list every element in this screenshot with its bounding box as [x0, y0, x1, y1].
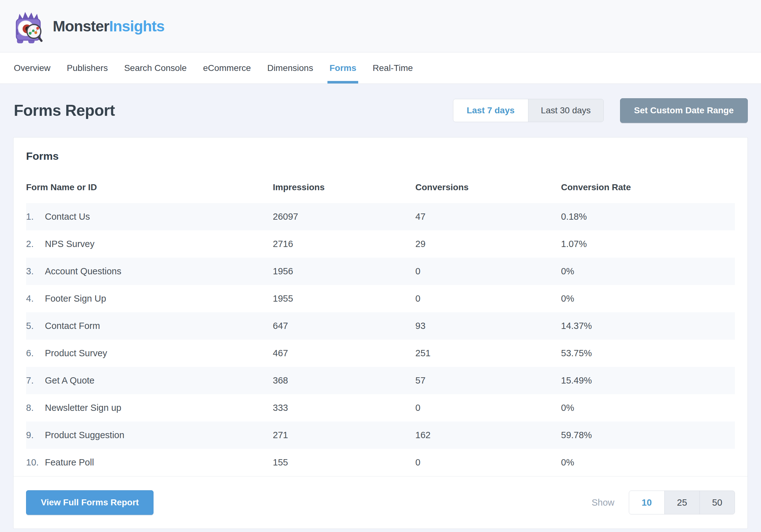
form-name: Feature Poll [45, 457, 94, 468]
conversions-value: 57 [415, 375, 561, 386]
page-size-10-button[interactable]: 10 [629, 491, 664, 514]
conversions-value: 47 [415, 211, 561, 222]
conversion-rate-value: 15.49% [561, 375, 735, 386]
form-name-cell: 6.Product Survey [26, 348, 273, 358]
table-header-row: Form Name or ID Impressions Conversions … [26, 170, 735, 203]
row-index: 3. [26, 266, 45, 276]
form-name-cell: 5.Contact Form [26, 321, 273, 331]
impressions-value: 1955 [273, 293, 415, 304]
form-name-cell: 10.Feature Poll [26, 457, 273, 468]
monsterinsights-monster-icon [12, 9, 45, 44]
page-size-toggle: 10 25 50 [629, 491, 735, 514]
row-index: 2. [26, 239, 45, 249]
form-name-cell: 4.Footer Sign Up [26, 293, 273, 304]
table-row: 2.NPS Survey2716291.07% [26, 230, 735, 258]
forms-table-body: 1.Contact Us26097470.18%2.NPS Survey2716… [26, 203, 735, 476]
page-title: Forms Report [14, 101, 115, 120]
conversions-value: 0 [415, 457, 561, 468]
conversion-rate-value: 59.78% [561, 430, 735, 441]
conversions-value: 0 [415, 293, 561, 304]
form-name-cell: 9.Product Suggestion [26, 430, 273, 441]
panel-title: Forms [14, 138, 747, 162]
table-row: 5.Contact Form6479314.37% [26, 312, 735, 340]
view-full-forms-report-button[interactable]: View Full Forms Report [26, 490, 153, 515]
row-index: 6. [26, 348, 45, 358]
form-name: Contact Us [45, 211, 90, 222]
form-name: NPS Survey [45, 239, 94, 249]
page-size-50-button[interactable]: 50 [699, 491, 734, 514]
table-row: 3.Account Questions195600% [26, 258, 735, 285]
row-index: 1. [26, 211, 45, 222]
form-name: Get A Quote [45, 375, 94, 386]
column-header-conversions: Conversions [415, 182, 561, 192]
conversion-rate-value: 14.37% [561, 321, 735, 331]
table-row: 4.Footer Sign Up195500% [26, 285, 735, 312]
monsterinsights-wordmark: MonsterInsights [53, 18, 164, 35]
last-7-days-button[interactable]: Last 7 days [453, 99, 528, 122]
row-index: 10. [26, 457, 45, 468]
nav-tab-forms[interactable]: Forms [329, 52, 356, 84]
impressions-value: 271 [273, 430, 415, 441]
impressions-value: 368 [273, 375, 415, 386]
form-name-cell: 8.Newsletter Sign up [26, 403, 273, 413]
nav-tab-real-time[interactable]: Real-Time [373, 52, 413, 84]
nav-tab-ecommerce[interactable]: eCommerce [203, 52, 251, 84]
conversions-value: 251 [415, 348, 561, 358]
date-range-toggle: Last 7 days Last 30 days [453, 99, 604, 122]
set-custom-date-range-button[interactable]: Set Custom Date Range [620, 98, 748, 123]
page-head: Forms Report Last 7 days Last 30 days Se… [14, 98, 748, 123]
show-label: Show [592, 498, 615, 508]
impressions-value: 2716 [273, 239, 415, 249]
form-name-cell: 2.NPS Survey [26, 239, 273, 249]
table-row: 10.Feature Poll15500% [26, 449, 735, 476]
form-name-cell: 3.Account Questions [26, 266, 273, 276]
form-name: Account Questions [45, 266, 121, 276]
conversions-value: 0 [415, 266, 561, 276]
form-name-cell: 1.Contact Us [26, 211, 273, 222]
column-header-conversion-rate: Conversion Rate [561, 182, 735, 192]
panel-footer: View Full Forms Report Show 10 25 50 [14, 476, 747, 529]
page-size-25-button[interactable]: 25 [664, 491, 699, 514]
nav-tab-overview[interactable]: Overview [14, 52, 50, 84]
last-30-days-button[interactable]: Last 30 days [528, 99, 604, 122]
conversions-value: 93 [415, 321, 561, 331]
impressions-value: 647 [273, 321, 415, 331]
wordmark-insights: Insights [109, 18, 164, 34]
top-bar: MonsterInsights [0, 0, 761, 52]
show-rows-control: Show 10 25 50 [592, 491, 735, 514]
table-row: 8.Newsletter Sign up33300% [26, 394, 735, 422]
report-nav: Overview Publishers Search Console eComm… [0, 52, 761, 84]
conversion-rate-value: 53.75% [561, 348, 735, 358]
column-header-impressions: Impressions [273, 182, 415, 192]
row-index: 9. [26, 430, 45, 441]
form-name: Product Suggestion [45, 430, 124, 441]
table-row: 6.Product Survey46725153.75% [26, 340, 735, 367]
forms-panel: Forms Form Name or ID Impressions Conver… [13, 137, 748, 529]
row-index: 4. [26, 293, 45, 304]
form-name-cell: 7.Get A Quote [26, 375, 273, 386]
impressions-value: 467 [273, 348, 415, 358]
row-index: 7. [26, 375, 45, 386]
impressions-value: 155 [273, 457, 415, 468]
conversions-value: 0 [415, 403, 561, 413]
nav-tab-search-console[interactable]: Search Console [124, 52, 187, 84]
impressions-value: 26097 [273, 211, 415, 222]
column-header-form-name: Form Name or ID [26, 182, 273, 192]
conversion-rate-value: 0% [561, 266, 735, 276]
impressions-value: 333 [273, 403, 415, 413]
row-index: 8. [26, 403, 45, 413]
form-name: Newsletter Sign up [45, 403, 121, 413]
conversion-rate-value: 0.18% [561, 211, 735, 222]
nav-tab-publishers[interactable]: Publishers [67, 52, 108, 84]
conversion-rate-value: 0% [561, 293, 735, 304]
nav-tab-dimensions[interactable]: Dimensions [267, 52, 313, 84]
form-name: Footer Sign Up [45, 293, 106, 304]
wordmark-monster: Monster [53, 18, 109, 34]
conversion-rate-value: 0% [561, 403, 735, 413]
table-row: 1.Contact Us26097470.18% [26, 203, 735, 230]
conversions-value: 29 [415, 239, 561, 249]
nav-tab-forms-label: Forms [329, 63, 356, 73]
form-name: Contact Form [45, 321, 100, 331]
conversions-value: 162 [415, 430, 561, 441]
table-row: 7.Get A Quote3685715.49% [26, 367, 735, 394]
